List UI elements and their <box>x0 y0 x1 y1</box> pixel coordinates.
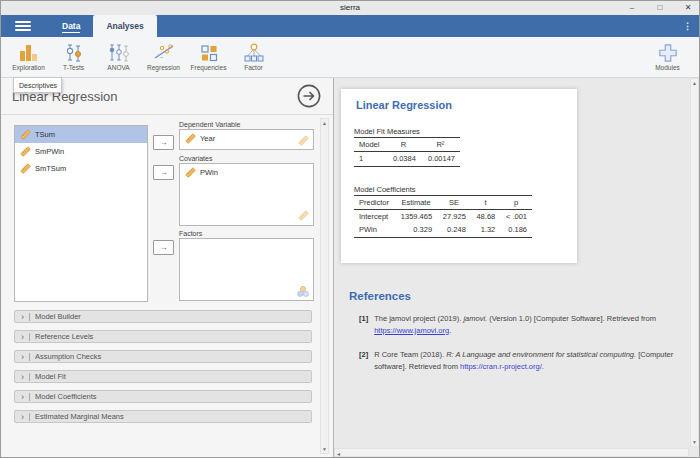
cell-estimate: 0.329 <box>395 223 437 238</box>
exploration-button[interactable]: Exploration <box>6 38 51 76</box>
cell-model: 1 <box>354 152 386 167</box>
cell-predictor: Intercept <box>354 210 395 224</box>
menu-item-descriptives[interactable]: Descriptives <box>19 82 57 89</box>
maximize-button[interactable]: □ <box>653 2 667 14</box>
move-to-factors-button[interactable]: → <box>153 240 174 255</box>
minimize-button[interactable]: – <box>625 2 639 14</box>
dependent-variable-box[interactable]: Year <box>179 129 314 150</box>
factors-label: Factors <box>179 230 202 237</box>
move-to-dependent-button[interactable]: → <box>153 135 174 150</box>
variable-item-smpwin[interactable]: SmPWin <box>15 143 147 160</box>
dependent-variable-value: Year <box>200 134 215 143</box>
scroll-down-icon[interactable]: ▼ <box>321 445 328 453</box>
section-estimated-marginal-means[interactable]: › Estimated Marginal Means <box>14 410 312 423</box>
chevron-right-icon: › <box>21 332 24 342</box>
model-fit-caption: Model Fit Measures <box>354 127 420 136</box>
variable-source-list[interactable]: TSum SmPWin SmTSum <box>14 125 148 302</box>
jamovi-link[interactable]: https://www.jamovi.org <box>374 326 449 335</box>
factor-button[interactable]: Factor <box>231 38 276 76</box>
scroll-up-icon[interactable]: ▲ <box>691 79 698 87</box>
cell-predictor: PWin <box>354 223 395 238</box>
results-selection-box[interactable]: Linear Regression Model Fit Measures Mod… <box>341 89 577 263</box>
references-title: References <box>349 290 700 302</box>
covariate-item[interactable]: PWin <box>180 164 313 181</box>
chevron-right-icon: › <box>21 392 24 402</box>
continuous-variable-icon <box>185 167 196 178</box>
scroll-left-icon[interactable]: ◄ <box>336 450 341 458</box>
chevron-right-icon: › <box>21 372 24 382</box>
reference-text: The jamovi project (2019). jamovi. (Vers… <box>374 313 696 336</box>
scroll-down-icon[interactable]: ▼ <box>691 438 698 446</box>
exploration-menu-popup: Descriptives <box>13 77 62 93</box>
reference-item: [2] R Core Team (2018). R: A Language an… <box>349 349 700 372</box>
column-header: p <box>500 196 532 210</box>
section-assumption-checks[interactable]: › Assumption Checks <box>14 350 312 363</box>
tab-analyses[interactable]: Analyses <box>93 15 156 37</box>
continuous-variable-icon <box>20 129 31 140</box>
nominal-type-hint-icon <box>297 286 309 297</box>
covariates-box[interactable]: PWin <box>179 163 314 226</box>
hamburger-menu-icon[interactable] <box>15 21 31 31</box>
app-window: sierra – □ ✕ Data Analyses ⋮ Exploration <box>0 0 700 458</box>
reference-index: [2] <box>359 349 368 372</box>
continuous-variable-icon <box>20 163 31 174</box>
window-title: sierra <box>1 3 699 12</box>
cell-r: 0.0384 <box>386 152 421 167</box>
variable-item-tsum[interactable]: TSum <box>15 126 147 143</box>
section-reference-levels[interactable]: › Reference Levels <box>14 330 312 343</box>
results-panel: Linear Regression Model Fit Measures Mod… <box>334 78 699 457</box>
tab-data-label: Data <box>62 21 80 33</box>
chevron-right-icon: › <box>21 352 24 362</box>
divider <box>29 393 30 401</box>
results-title: Linear Regression <box>356 99 452 111</box>
variable-name: SmTSum <box>35 164 66 173</box>
ribbon-tab-bar: Data Analyses ⋮ <box>1 15 699 37</box>
results-vertical-scrollbar[interactable]: ▲ ▼ <box>690 78 699 447</box>
close-button[interactable]: ✕ <box>681 2 695 14</box>
frequencies-button[interactable]: Frequencies <box>186 38 231 76</box>
factors-box[interactable] <box>179 238 314 301</box>
window-controls: – □ ✕ <box>625 2 695 14</box>
modules-button[interactable]: Modules <box>645 38 690 76</box>
covariate-value: PWin <box>200 168 218 177</box>
dependent-variable-item[interactable]: Year <box>180 130 313 147</box>
modules-label: Modules <box>655 64 680 71</box>
options-body: TSum SmPWin SmTSum → → → Dependent <box>1 116 333 457</box>
section-model-fit[interactable]: › Model Fit <box>14 370 312 383</box>
overflow-menu-icon[interactable]: ⋮ <box>683 21 692 31</box>
divider <box>29 333 30 341</box>
anova-icon <box>108 43 130 63</box>
reference-suffix: . <box>449 326 451 335</box>
frequencies-icon <box>199 43 219 63</box>
results-horizontal-scrollbar[interactable]: ◄ <box>334 448 689 457</box>
options-scrollbar[interactable]: ▲ ▼ <box>320 118 329 454</box>
plus-icon <box>657 43 679 63</box>
option-sections: › Model Builder › Reference Levels › Ass… <box>14 310 312 430</box>
tab-data[interactable]: Data <box>49 15 93 37</box>
anova-button[interactable]: ANOVA <box>96 38 141 76</box>
section-model-coefficients[interactable]: › Model Coefficients <box>14 390 312 403</box>
cell-t: 48.68 <box>471 210 500 224</box>
cell-p: < .001 <box>500 210 532 224</box>
factor-icon <box>243 43 265 63</box>
divider <box>29 413 30 421</box>
cell-se: 27.925 <box>437 210 471 224</box>
column-header: Estimate <box>395 196 437 210</box>
dependent-variable-label: Dependent Variable <box>179 121 240 128</box>
cran-link[interactable]: https://cran.r-project.org/ <box>460 362 542 371</box>
run-analysis-button[interactable] <box>296 83 322 109</box>
section-model-builder[interactable]: › Model Builder <box>14 310 312 323</box>
exploration-label: Exploration <box>12 64 45 71</box>
main-area: Linear Regression TSum SmPWin <box>1 78 699 457</box>
column-header: R² <box>421 138 460 152</box>
divider <box>29 353 30 361</box>
t-tests-button[interactable]: T-Tests <box>51 38 96 76</box>
regression-button[interactable]: Regression <box>141 38 186 76</box>
variable-item-smtsum[interactable]: SmTSum <box>15 160 147 177</box>
scroll-up-icon[interactable]: ▲ <box>321 119 328 127</box>
reference-pre: The jamovi project (2019). <box>374 314 463 323</box>
move-to-covariates-button[interactable]: → <box>153 165 174 180</box>
divider <box>29 313 30 321</box>
continuous-variable-icon <box>20 146 31 157</box>
reference-italic: R: A Language and environment for statis… <box>446 350 636 359</box>
